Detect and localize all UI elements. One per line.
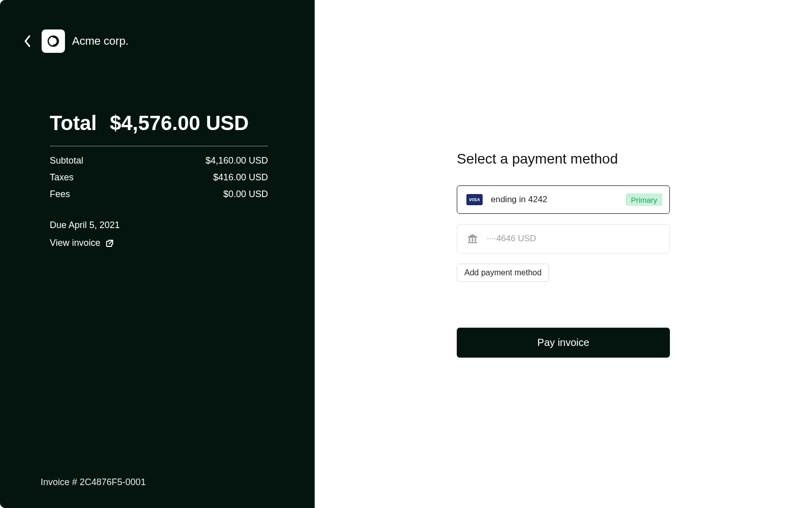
- fees-label: Fees: [50, 189, 70, 200]
- due-date: Due April 5, 2021: [50, 220, 265, 231]
- chevron-left-icon: [23, 35, 31, 48]
- invoice-summary-panel: Acme corp. Total $4,576.00 USD Subtotal …: [0, 0, 315, 508]
- divider: [50, 146, 268, 146]
- primary-badge: Primary: [626, 193, 662, 206]
- taxes-value: $416.00 USD: [213, 172, 268, 183]
- payment-method-bank[interactable]: ····4646 USD: [457, 224, 670, 253]
- payment-title: Select a payment method: [457, 151, 670, 167]
- subtotal-line: Subtotal $4,160.00 USD: [50, 155, 268, 166]
- svg-rect-3: [475, 238, 477, 241]
- svg-rect-1: [469, 238, 470, 241]
- subtotal-label: Subtotal: [50, 155, 83, 166]
- taxes-label: Taxes: [50, 172, 74, 183]
- invoice-number: Invoice # 2C4876F5-0001: [41, 477, 146, 488]
- payment-method-card[interactable]: VISA ending in 4242 Primary: [457, 185, 670, 214]
- header: Acme corp.: [20, 29, 128, 53]
- view-invoice-label: View invoice: [50, 238, 100, 248]
- pay-invoice-button[interactable]: Pay invoice: [457, 328, 670, 358]
- add-payment-method-button[interactable]: Add payment method: [457, 264, 549, 282]
- total-label: Total: [50, 112, 97, 135]
- back-button[interactable]: [20, 34, 35, 48]
- logo-icon: [46, 34, 60, 48]
- visa-icon: VISA: [466, 194, 483, 205]
- company-name: Acme corp.: [72, 35, 128, 48]
- payment-method-text: ····4646 USD: [487, 234, 536, 244]
- svg-rect-4: [468, 242, 477, 243]
- taxes-line: Taxes $416.00 USD: [50, 172, 268, 183]
- subtotal-value: $4,160.00 USD: [206, 155, 268, 166]
- fees-line: Fees $0.00 USD: [50, 189, 268, 200]
- total-block: Total $4,576.00 USD Subtotal $4,160.00 U…: [50, 112, 265, 248]
- svg-rect-2: [472, 238, 473, 241]
- view-invoice-link[interactable]: View invoice: [50, 238, 265, 248]
- company-logo: [42, 29, 65, 53]
- payment-method-text: ending in 4242: [491, 195, 548, 205]
- total-amount: $4,576.00 USD: [110, 112, 249, 135]
- external-link-icon: [106, 239, 114, 247]
- payment-panel: Select a payment method VISA ending in 4…: [315, 0, 812, 508]
- fees-value: $0.00 USD: [223, 189, 268, 200]
- bank-icon: [466, 233, 479, 245]
